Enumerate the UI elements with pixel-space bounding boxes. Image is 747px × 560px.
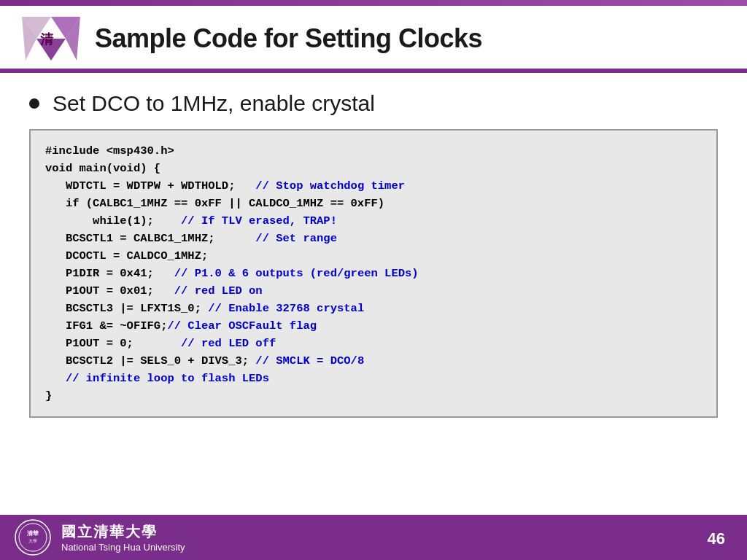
code-line-4: if (CALBC1_1MHZ == 0xFF || CALDCO_1MHZ =… bbox=[45, 195, 702, 212]
svg-point-6 bbox=[15, 520, 50, 555]
svg-text:大學: 大學 bbox=[28, 539, 37, 543]
top-decorative-bar bbox=[0, 0, 747, 6]
university-logo: 清 bbox=[15, 13, 88, 64]
code-line-1: #include <msp430.h> bbox=[45, 142, 702, 160]
code-block: #include <msp430.h> void main(void) { WD… bbox=[29, 129, 718, 418]
footer-english-name: National Tsing Hua University bbox=[61, 542, 185, 553]
code-line-14: // infinite loop to flash LEDs bbox=[45, 370, 702, 387]
code-line-11: IFG1 &= ~OFIFG;// Clear OSCFault flag bbox=[45, 317, 702, 335]
footer-text-area: 國立清華大學 National Tsing Hua University bbox=[61, 522, 185, 553]
code-line-2: void main(void) { bbox=[45, 160, 702, 177]
code-line-7: DCOCTL = CALDCO_1MHZ; bbox=[45, 247, 702, 265]
code-line-8: P1DIR = 0x41; // P1.0 & 6 outputs (red/g… bbox=[45, 265, 702, 282]
code-line-9: P1OUT = 0x01; // red LED on bbox=[45, 282, 702, 300]
code-line-10: BCSCTL3 |= LFXT1S_0; // Enable 32768 cry… bbox=[45, 300, 702, 317]
page-number: 46 bbox=[708, 529, 725, 548]
bullet-point-1: Set DCO to 1MHz, enable crystal bbox=[29, 91, 718, 116]
bullet-text: Set DCO to 1MHz, enable crystal bbox=[53, 91, 375, 116]
header: 清 Sample Code for Setting Clocks bbox=[0, 6, 747, 69]
svg-point-7 bbox=[19, 524, 47, 551]
bullet-dot bbox=[29, 98, 39, 109]
footer: 清華 大學 國立清華大學 National Tsing Hua Universi… bbox=[0, 515, 747, 560]
code-line-5: while(1); // If TLV erased, TRAP! bbox=[45, 212, 702, 230]
code-line-6: BCSCTL1 = CALBC1_1MHZ; // Set range bbox=[45, 230, 702, 247]
code-line-15: } bbox=[45, 387, 702, 405]
footer-chinese-name: 國立清華大學 bbox=[61, 522, 185, 542]
code-line-13: BCSCTL2 |= SELS_0 + DIVS_3; // SMCLK = D… bbox=[45, 352, 702, 370]
code-line-3: WDTCTL = WDTPW + WDTHOLD; // Stop watchd… bbox=[45, 177, 702, 195]
page-title: Sample Code for Setting Clocks bbox=[95, 23, 482, 54]
svg-text:清: 清 bbox=[40, 32, 54, 47]
svg-text:清華: 清華 bbox=[27, 530, 39, 537]
main-content: Set DCO to 1MHz, enable crystal #include… bbox=[0, 73, 747, 429]
footer-logo: 清華 大學 bbox=[15, 519, 51, 556]
code-line-12: P1OUT = 0; // red LED off bbox=[45, 335, 702, 352]
